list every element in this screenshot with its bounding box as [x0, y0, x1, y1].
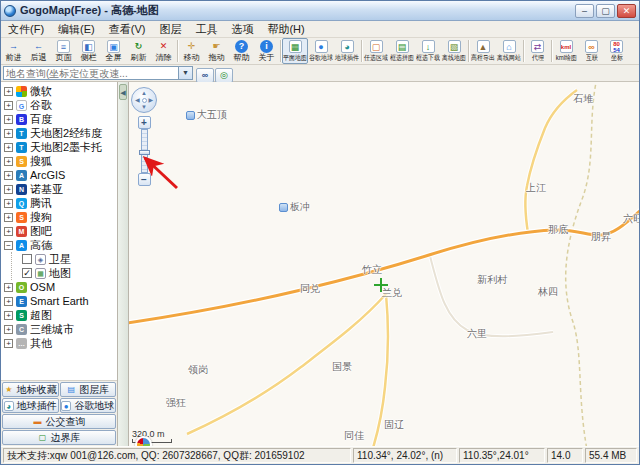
- toolbar-button-go-back[interactable]: ←后退: [26, 38, 51, 64]
- search-button-search[interactable]: ∞: [196, 68, 214, 83]
- toolbar-button-fullscreen[interactable]: ▣全屏: [101, 38, 126, 64]
- menu-item-4[interactable]: 工具: [188, 21, 224, 38]
- tree-expander-icon[interactable]: +: [4, 297, 13, 306]
- tree-expander-icon[interactable]: +: [4, 185, 13, 194]
- tree-expander-icon[interactable]: −: [4, 241, 13, 250]
- sidebar-button-layers[interactable]: ▤图层库: [60, 382, 117, 397]
- menu-item-6[interactable]: 帮助(H): [260, 21, 311, 38]
- sidebar-splitter[interactable]: ◀: [118, 82, 129, 446]
- menu-item-5[interactable]: 选项: [224, 21, 260, 38]
- menu-item-3[interactable]: 图层: [152, 21, 188, 38]
- toolbar-button-earth-plugin[interactable]: ◕地球插件: [334, 38, 360, 64]
- search-button-locate[interactable]: ◎: [215, 68, 233, 83]
- tree-expander-icon[interactable]: +: [4, 101, 13, 110]
- toolbar-button-help[interactable]: ?帮助: [229, 38, 254, 64]
- tree-item-11[interactable]: −A高德: [4, 238, 117, 252]
- tree-expander-icon[interactable]: +: [4, 325, 13, 334]
- chevron-down-icon[interactable]: ▼: [178, 67, 192, 79]
- pan-left-icon[interactable]: ◀: [135, 97, 140, 103]
- toolbar-button-elevation-export[interactable]: ▲高程导出: [470, 38, 496, 64]
- main-area: +微软+G谷歌+B百度+T天地图2经纬度+T天地图2墨卡托+S搜狐+AArcGI…: [1, 82, 639, 446]
- toolbar-button-clear[interactable]: ✕清除: [151, 38, 176, 64]
- pan-down-icon[interactable]: ▼: [141, 104, 147, 110]
- checkbox-checked-icon[interactable]: ✓: [22, 268, 32, 278]
- tree-item-0[interactable]: +微软: [4, 84, 117, 98]
- toolbar-button-refresh[interactable]: ↻刷新: [126, 38, 151, 64]
- pan-control[interactable]: ▲ ▼ ◀ ▶: [131, 87, 157, 113]
- minimize-button[interactable]: –: [575, 4, 594, 18]
- menu-item-0[interactable]: 文件(F): [1, 21, 51, 38]
- place-search-combobox[interactable]: ▼: [3, 66, 193, 80]
- tree-expander-icon[interactable]: +: [4, 129, 13, 138]
- checkbox-unchecked-icon[interactable]: [22, 254, 32, 264]
- toolbar-button-offline-site[interactable]: ⌂离线网站: [496, 38, 522, 64]
- sidebar-button-google-earth[interactable]: ●谷歌地球: [60, 398, 117, 413]
- tree-expander-icon[interactable]: +: [4, 311, 13, 320]
- tree-expander-icon[interactable]: +: [4, 283, 13, 292]
- box-download-icon: ↓: [422, 40, 435, 53]
- tree-item-16[interactable]: +…其他: [4, 336, 117, 350]
- tree-expander-icon[interactable]: +: [4, 171, 13, 180]
- toolbar-button-offline-map[interactable]: ▧离线地图: [441, 38, 467, 64]
- tree-item-10[interactable]: +M图吧: [4, 224, 117, 238]
- pan-center-icon[interactable]: [142, 98, 147, 103]
- toolbar-button-interconnect[interactable]: ∞互联: [579, 38, 604, 64]
- toolbar-button-google-earth[interactable]: ●谷歌地球: [308, 38, 334, 64]
- toolbar-button-go-forward[interactable]: →前进: [1, 38, 26, 64]
- tree-item-1[interactable]: +G谷歌: [4, 98, 117, 112]
- tree-child-11-1[interactable]: ✓▦地图: [12, 266, 117, 280]
- tree-item-7[interactable]: +N诺基亚: [4, 182, 117, 196]
- map-label-text: 石堆: [573, 92, 593, 106]
- tree-expander-icon[interactable]: +: [4, 339, 13, 348]
- tree-expander-icon[interactable]: +: [4, 213, 13, 222]
- place-search-input[interactable]: [4, 68, 178, 79]
- pan-right-icon[interactable]: ▶: [148, 97, 153, 103]
- pan-up-icon[interactable]: ▲: [141, 90, 147, 96]
- tree-item-13[interactable]: +ESmart Earth: [4, 294, 117, 308]
- tree-expander-icon[interactable]: +: [4, 227, 13, 236]
- collapse-sidebar-icon[interactable]: ◀: [119, 84, 127, 100]
- menu-item-1[interactable]: 编辑(E): [51, 21, 102, 38]
- map-canvas[interactable]: 大五顶石堆上江六旺板冲那底朋昇竹立同兑兰兑新利村林四六里领岗国景强狂固辽同佳 ▲…: [129, 82, 639, 446]
- sidebar-button-bus[interactable]: ▬公交查询: [2, 414, 116, 429]
- tree-item-4[interactable]: +T天地图2墨卡托: [4, 140, 117, 154]
- sidebar-button-earth-plugin[interactable]: ◕地球插件: [2, 398, 59, 413]
- tree-expander-icon[interactable]: +: [4, 87, 13, 96]
- toolbar-button-select-region[interactable]: ▢任选区域: [363, 38, 389, 64]
- toolbar-button-page[interactable]: ≡页面: [51, 38, 76, 64]
- tree-item-15[interactable]: +C三维城市: [4, 322, 117, 336]
- toolbar-button-drag-hand[interactable]: ☛拖动: [204, 38, 229, 64]
- toolbar-button-box-stitch[interactable]: ▤框选拼图: [389, 38, 415, 64]
- mapbar-icon: M: [16, 226, 27, 237]
- sidebar-button-boundary[interactable]: ▢边界库: [2, 430, 116, 445]
- tree-item-12[interactable]: +OOSM: [4, 280, 117, 294]
- tree-item-9[interactable]: +S搜狗: [4, 210, 117, 224]
- toolbar-button-sidebar[interactable]: ◧侧栏: [76, 38, 101, 64]
- tree-item-2[interactable]: +B百度: [4, 112, 117, 126]
- close-button[interactable]: ✕: [617, 4, 636, 18]
- tree-item-5[interactable]: +S搜狐: [4, 154, 117, 168]
- map-label-text: 朋昇: [591, 230, 611, 244]
- toolbar-button-pan-hand[interactable]: ✛移动: [179, 38, 204, 64]
- menu-item-2[interactable]: 查看(V): [102, 21, 153, 38]
- sidebar-button-bookmark[interactable]: ★地标收藏: [2, 382, 59, 397]
- maximize-button[interactable]: ▢: [596, 4, 615, 18]
- titlebar[interactable]: GogoMap(Free) - 高德-地图 –▢✕: [1, 1, 639, 21]
- tree-item-8[interactable]: +Q腾讯: [4, 196, 117, 210]
- tree-item-14[interactable]: +S超图: [4, 308, 117, 322]
- toolbar-button-proxy[interactable]: ⇄代理: [525, 38, 550, 64]
- tree-item-3[interactable]: +T天地图2经纬度: [4, 126, 117, 140]
- tree-child-11-0[interactable]: ◈卫星: [12, 252, 117, 266]
- tree-expander-icon[interactable]: +: [4, 115, 13, 124]
- toolbar-button-box-download[interactable]: ↓框选下载: [415, 38, 441, 64]
- tree-item-6[interactable]: +AArcGIS: [4, 168, 117, 182]
- toolbar-button-coords[interactable]: 8054坐标: [604, 38, 629, 64]
- tree-expander-icon[interactable]: +: [4, 143, 13, 152]
- toolbar-button-kml-draw[interactable]: kmlkml绘图: [553, 38, 579, 64]
- tree-expander-icon[interactable]: +: [4, 157, 13, 166]
- toolbar-button-label: 代理: [532, 53, 544, 62]
- zoom-in-button[interactable]: +: [138, 116, 151, 129]
- toolbar-button-flat-map[interactable]: ▦平面地图: [282, 38, 308, 64]
- toolbar-button-about[interactable]: i关于: [254, 38, 279, 64]
- tree-expander-icon[interactable]: +: [4, 199, 13, 208]
